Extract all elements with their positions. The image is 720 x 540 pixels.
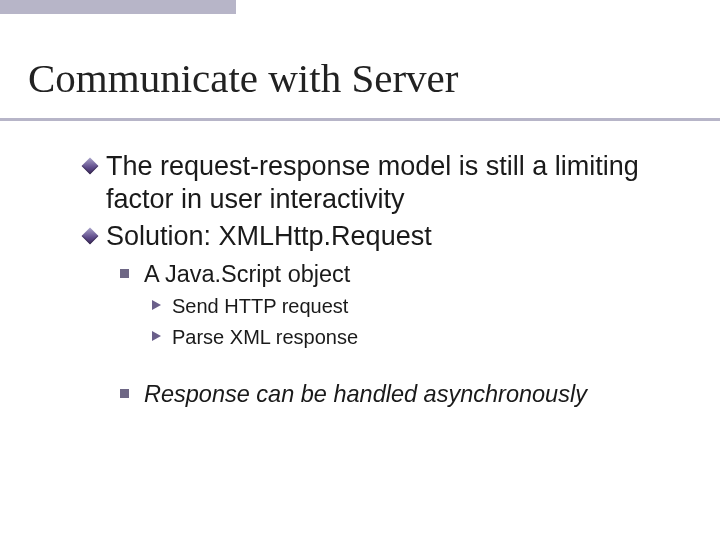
diamond-icon (82, 227, 99, 244)
square-icon (120, 269, 129, 278)
bullet-level1: The request-response model is still a li… (84, 150, 680, 216)
slide-title: Communicate with Server (28, 54, 458, 102)
bullet-text: Response can be handled asynchronously (144, 381, 587, 407)
bullet-text: Parse XML response (172, 326, 358, 348)
title-underline (0, 118, 720, 121)
bullet-text: The request-response model is still a li… (106, 151, 639, 214)
bullet-level3: Parse XML response (152, 324, 680, 351)
wedge-icon (152, 331, 161, 341)
square-icon (120, 389, 129, 398)
bullet-text: Solution: XMLHttp.Request (106, 221, 432, 251)
slide: Communicate with Server The request-resp… (0, 0, 720, 540)
bullet-level3: Send HTTP request (152, 293, 680, 320)
diamond-icon (82, 158, 99, 175)
bullet-level2: Response can be handled asynchronously (120, 379, 680, 410)
wedge-icon (152, 300, 161, 310)
bullet-text: A Java.Script object (144, 261, 350, 287)
slide-body: The request-response model is still a li… (84, 150, 680, 410)
bullet-text: Send HTTP request (172, 295, 348, 317)
spacer (84, 351, 680, 373)
accent-bar (0, 0, 236, 14)
bullet-level1: Solution: XMLHttp.Request (84, 220, 680, 253)
bullet-level2: A Java.Script object (120, 259, 680, 290)
